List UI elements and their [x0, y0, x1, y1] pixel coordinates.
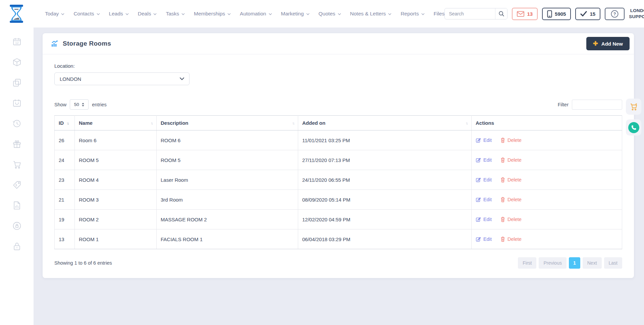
- appointments-calendar-icon[interactable]: [12, 98, 21, 108]
- delete-button[interactable]: Delete: [500, 157, 522, 163]
- history-clock-icon[interactable]: [12, 119, 21, 128]
- nav-memberships[interactable]: Memberships: [194, 11, 231, 17]
- nav-marketing[interactable]: Marketing: [281, 11, 310, 17]
- nav-reports[interactable]: Reports: [400, 11, 424, 17]
- svg-text:$: $: [15, 183, 17, 187]
- add-new-button[interactable]: ✚ Add New: [586, 37, 630, 50]
- cell-added-on: 11/01/2021 03:25 PM: [298, 130, 472, 150]
- chevron-down-icon: [180, 77, 184, 80]
- pagination-first[interactable]: First: [518, 257, 536, 269]
- search-button[interactable]: [495, 8, 507, 19]
- nav-tasks[interactable]: Tasks: [166, 11, 185, 17]
- location-select[interactable]: LONDON: [54, 72, 190, 85]
- column-header-name[interactable]: Name↑↓: [75, 116, 157, 130]
- chevron-down-icon: [227, 13, 231, 15]
- calls-count: 5905: [555, 11, 566, 17]
- filter-input[interactable]: [572, 100, 622, 110]
- cell-name: ROOM 3: [75, 190, 157, 210]
- tasks-badge[interactable]: 15: [575, 8, 600, 20]
- trash-icon: [500, 157, 505, 163]
- nav-today[interactable]: Today: [45, 11, 64, 17]
- edit-button[interactable]: Edit: [476, 157, 492, 163]
- nav-contacts[interactable]: Contacts: [73, 11, 100, 17]
- phone-icon: [628, 122, 639, 133]
- nav-deals[interactable]: Deals: [138, 11, 157, 17]
- help-badge[interactable]: ?: [605, 8, 625, 20]
- price-tag-icon[interactable]: $: [12, 180, 21, 189]
- report-document-icon[interactable]: [12, 201, 21, 210]
- cell-name: ROOM 5: [75, 150, 157, 170]
- topbar-right: 13 5905 15 ? LONDON SUPPORT: [444, 7, 644, 21]
- table-row: 19 ROOM 2 MASSAGE ROOM 2 12/02/2020 04:5…: [55, 210, 622, 229]
- search-input[interactable]: [445, 11, 495, 16]
- svg-text:?: ?: [613, 11, 616, 16]
- edit-button[interactable]: Edit: [476, 197, 492, 202]
- column-header-added-on[interactable]: Added on↑↓: [298, 116, 472, 130]
- nav-quotes[interactable]: Quotes: [319, 11, 341, 17]
- cell-description: ROOM 6: [157, 130, 298, 150]
- cell-id: 13: [55, 229, 75, 249]
- edit-button[interactable]: Edit: [476, 177, 492, 182]
- column-header-id[interactable]: ID↑↓: [55, 116, 75, 130]
- pagination-last[interactable]: Last: [604, 257, 622, 269]
- edit-pencil-icon: [476, 236, 481, 242]
- page-length-select[interactable]: 50: [70, 99, 89, 110]
- edit-pencil-icon: [476, 177, 481, 182]
- cart-icon: [629, 102, 638, 111]
- cell-description: MASSAGE ROOM 2: [157, 210, 298, 229]
- pagination-page-1[interactable]: 1: [569, 257, 580, 269]
- delete-button[interactable]: Delete: [500, 138, 522, 143]
- table-row: 13 ROOM 1 FACIALS ROOM 1 06/04/2018 03:2…: [55, 229, 622, 249]
- card-header: Storage Rooms ✚ Add New: [43, 33, 634, 54]
- cell-added-on: 24/11/2020 06:55 PM: [298, 170, 472, 190]
- edit-button[interactable]: Edit: [476, 217, 492, 222]
- shopping-cart-icon[interactable]: [12, 160, 21, 169]
- edit-pencil-icon: [476, 217, 481, 222]
- cell-description: Laser Room: [157, 170, 298, 190]
- sort-icon: ↑↓: [66, 121, 68, 125]
- nav-automation[interactable]: Automation: [240, 11, 272, 17]
- calls-badge[interactable]: 5905: [542, 8, 571, 20]
- delete-button[interactable]: Delete: [500, 236, 522, 242]
- table-row: 26 Room 6 ROOM 6 11/01/2021 03:25 PM Edi…: [55, 130, 622, 150]
- show-label: Show: [54, 102, 66, 107]
- calendar-icon[interactable]: 12: [12, 37, 21, 46]
- trash-icon: [500, 138, 505, 143]
- floating-phone-button[interactable]: [626, 119, 641, 136]
- nav-files[interactable]: Files: [434, 11, 445, 17]
- smartphone-icon: [547, 10, 552, 18]
- pagination-next[interactable]: Next: [583, 257, 602, 269]
- trash-icon: [500, 177, 505, 182]
- delete-button[interactable]: Delete: [500, 177, 522, 182]
- messages-badge[interactable]: 13: [512, 8, 538, 20]
- column-header-description[interactable]: Description↑↓: [157, 116, 298, 130]
- cell-name: ROOM 1: [75, 229, 157, 249]
- cell-id: 21: [55, 190, 75, 210]
- nav-leads[interactable]: Leads: [109, 11, 129, 17]
- trash-icon: [500, 217, 505, 222]
- edit-button[interactable]: Edit: [476, 236, 492, 242]
- app-logo-hourglass[interactable]: [8, 4, 25, 23]
- left-sidebar: 12 $: [0, 28, 34, 325]
- cell-id: 19: [55, 210, 75, 229]
- pagination: First Previous 1 Next Last: [518, 257, 622, 269]
- account-security-icon[interactable]: [12, 221, 21, 230]
- entries-label: entries: [92, 102, 107, 107]
- nav-notes-letters[interactable]: Notes & Letters: [350, 11, 392, 17]
- edit-button[interactable]: Edit: [476, 138, 492, 143]
- delete-button[interactable]: Delete: [500, 217, 522, 222]
- tasks-count: 15: [590, 11, 595, 17]
- delete-button[interactable]: Delete: [500, 197, 522, 202]
- cell-id: 26: [55, 130, 75, 150]
- storage-rooms-table: ID↑↓ Name↑↓ Description↑↓ Added on↑↓ Act…: [54, 115, 622, 249]
- chevron-down-icon: [153, 13, 157, 15]
- chevron-down-icon: [61, 13, 64, 15]
- chart-title-icon: [51, 40, 59, 48]
- floating-cart-button[interactable]: [626, 99, 641, 115]
- duplicate-squares-icon[interactable]: [12, 78, 21, 87]
- products-box-icon[interactable]: [12, 57, 21, 67]
- cell-id: 24: [55, 150, 75, 170]
- pagination-previous[interactable]: Previous: [539, 257, 566, 269]
- gift-icon[interactable]: [12, 139, 21, 149]
- lock-icon[interactable]: [12, 241, 21, 251]
